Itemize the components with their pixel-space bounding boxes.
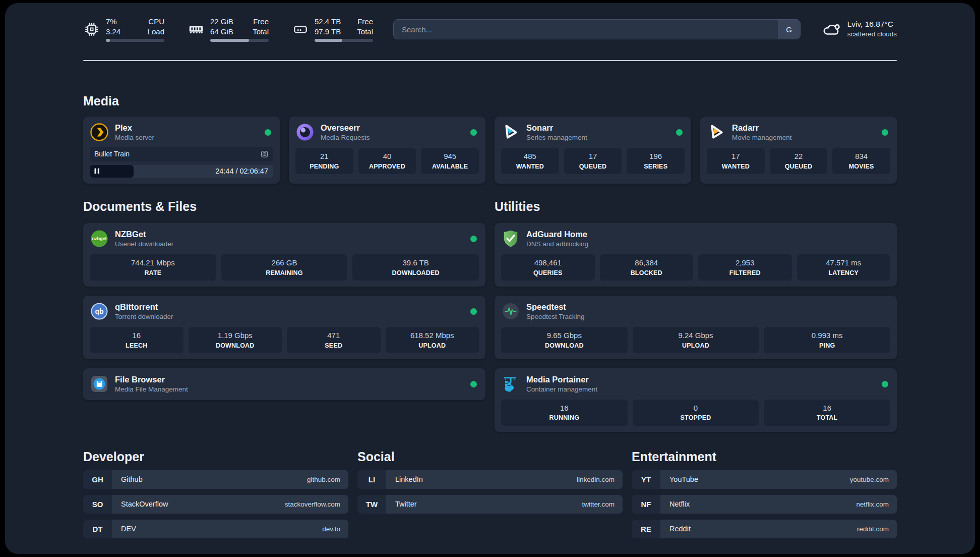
bookmark-main: DEV dev.to [112,520,348,538]
stat-value: 9.65 Gbps [503,330,626,341]
bookmark-main: Reddit reddit.com [660,520,897,538]
stat-tile: 22 QUEUED [770,148,828,174]
stat-label: DOWNLOAD [191,341,280,350]
search-input[interactable] [394,20,778,39]
now-playing-session-icon[interactable] [260,150,269,158]
sonarr-header: Sonarr Series management [501,123,685,142]
stat-label: TOTAL [766,413,888,422]
bookmark-twitter[interactable]: TW Twitter twitter.com [357,495,623,514]
cpu-progress-track [106,39,164,42]
radarr-meta: Radarr Movie management [732,123,792,142]
app-card-plex[interactable]: Plex Media server Bullet Train [83,117,280,184]
memory-icon [188,21,205,38]
bookmark-netflix[interactable]: NF Netflix netflix.com [632,495,897,514]
cpu-values: 7% 3.24 [106,17,120,36]
overseerr-name: Overseerr [321,123,370,133]
stat-label: PENDING [297,162,351,171]
sonarr-status-dot [676,129,683,136]
nzbget-icon: nzbget [90,229,109,248]
bookmark-name: Netflix [669,500,690,508]
bookmark-url: github.com [307,476,340,483]
disk-labels: Free Total [357,17,373,36]
stat-tile: 1.19 Gbps DOWNLOAD [189,327,282,353]
section-title-developer: Developer [83,449,348,464]
bookmark-youtube[interactable]: YT YouTube youtube.com [632,470,897,489]
plex-status-dot [265,129,271,136]
app-card-adguard[interactable]: AdGuard Home DNS and adblocking 498,461 … [495,223,897,287]
bookmark-reddit[interactable]: RE Reddit reddit.com [632,520,897,538]
radarr-icon [707,123,726,142]
section-title-social: Social [357,449,623,464]
filebrowser-name: File Browser [115,374,188,385]
app-card-qbittorrent[interactable]: qb qBittorrent Torrent downloader 16 LEE… [83,296,485,359]
stat-value: 47.571 ms [799,257,889,268]
stat-value: 21 [297,151,351,162]
bookmark-github[interactable]: GH Github github.com [83,470,348,489]
stat-label: RUNNING [503,413,626,422]
stat-tile: 16 LEECH [90,327,183,353]
bookmark-linkedin[interactable]: LI LinkedIn linkedin.com [357,470,623,489]
top-bar: 7% 3.24 CPU Load [83,17,897,42]
search-engine-button[interactable]: G [778,20,800,39]
portainer-status-dot [882,381,888,387]
bookmark-abbr: YT [632,470,660,489]
cpu-progress-fill [106,39,110,42]
stat-label: QUERIES [503,268,593,277]
disk-progress-fill [315,39,342,42]
speedtest-desc: Speedtest Tracking [526,312,585,321]
nzbget-desc: Usenet downloader [115,240,173,249]
search-bar: G [393,19,801,39]
bookmark-dev[interactable]: DT DEV dev.to [83,520,348,538]
cpu-labels: CPU Load [148,17,164,36]
overseerr-header: Overseerr Media Requests [295,123,479,142]
bookmark-stackoverflow[interactable]: SO StackOverflow stackoverflow.com [83,495,348,514]
app-card-overseerr[interactable]: Overseerr Media Requests 21 PENDING 40 A… [289,117,485,184]
weather-location: Lviv, 16.87°C [847,19,897,30]
bookmark-name: YouTube [669,475,698,483]
stat-value: 0 [635,403,757,414]
stat-value: 86,384 [602,257,692,268]
app-card-portainer[interactable]: Media Portainer Container management 16 … [495,368,897,432]
weather-widget: Lviv, 16.87°C scattered clouds [821,19,897,39]
app-card-filebrowser[interactable]: File Browser Media File Management [83,368,485,400]
stat-label: LEECH [92,341,181,350]
overseerr-icon [295,123,315,142]
bookmarks-section: Developer GH Github github.com SO StackO… [83,449,897,538]
disk-stat: 52.4 TB 97.9 TB Free Total [292,17,373,42]
stat-value: 471 [289,330,379,341]
stat-tile: 9.24 Gbps UPLOAD [633,327,759,353]
filebrowser-icon [90,374,109,394]
stat-tile: 9.65 Gbps DOWNLOAD [501,327,628,353]
svg-text:qb: qb [95,307,103,315]
bookmark-url: netflix.com [856,500,889,508]
section-title-documents: Documents & Files [83,199,485,214]
dashboard-page: 7% 3.24 CPU Load [5,3,975,554]
cpu-stat: 7% 3.24 CPU Load [83,17,164,42]
qbittorrent-name: qBittorrent [115,302,173,312]
app-card-nzbget[interactable]: nzbget NZBGet Usenet downloader 744.21 M… [83,223,485,287]
memory-total-value: 64 GiB [210,27,233,37]
bookmark-name: StackOverflow [121,500,168,508]
app-card-sonarr[interactable]: Sonarr Series management 485 WANTED 17 Q… [495,117,691,184]
speedtest-name: Speedtest [526,302,585,312]
sonarr-meta: Sonarr Series management [526,123,587,142]
cloud-icon [821,19,841,39]
now-playing-row: Bullet Train [90,147,273,161]
stat-tile: 40 APPROVED [358,148,416,174]
app-card-speedtest[interactable]: Speedtest Speedtest Tracking 9.65 Gbps D… [495,296,897,359]
stat-tile: 17 QUEUED [564,148,622,174]
radarr-name: Radarr [732,123,792,133]
pause-icon[interactable] [94,168,100,174]
disk-icon [292,21,309,38]
stat-label: MOVIES [834,162,888,171]
sonarr-stats: 485 WANTED 17 QUEUED 196 SERIES [501,148,685,174]
overseerr-status-dot [470,129,477,136]
stat-label: UPLOAD [388,341,477,350]
stat-label: RATE [92,268,214,277]
middle-columns: Documents & Files nzbget NZBGet Usenet d… [83,199,897,432]
stat-label: REMAINING [223,268,346,277]
plex-header: Plex Media server [90,123,273,142]
app-card-radarr[interactable]: Radarr Movie management 17 WANTED 22 QUE… [700,117,897,184]
memory-labels: Free Total [253,17,269,36]
stat-value: 196 [629,151,683,162]
